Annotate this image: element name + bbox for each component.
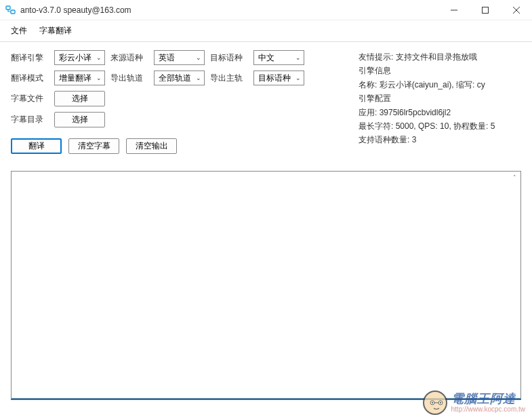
- mode-label: 翻译模式: [11, 73, 49, 84]
- export-main-value: 目标语种: [258, 73, 291, 84]
- svg-rect-3: [483, 7, 489, 14]
- source-lang-label: 来源语种: [110, 52, 148, 64]
- chevron-down-icon: ⌄: [295, 75, 301, 81]
- lang-count-line: 支持语种数量: 3: [359, 133, 521, 146]
- export-track-label: 导出轨道: [110, 73, 148, 84]
- choose-file-label: 选择: [72, 93, 88, 104]
- scroll-up-icon[interactable]: ˄: [510, 173, 519, 182]
- choose-dir-button[interactable]: 选择: [54, 112, 105, 127]
- app-icon: [5, 5, 16, 16]
- engine-label: 翻译引擎: [11, 52, 49, 64]
- engine-select-value: 彩云小译: [59, 52, 91, 64]
- svg-rect-1: [11, 10, 15, 14]
- chevron-down-icon: ⌄: [196, 75, 201, 81]
- titlebar: anto-v3.7.0 speauty@163.com: [0, 0, 532, 20]
- window-controls: [438, 0, 532, 20]
- target-lang-value: 中文: [258, 52, 274, 64]
- info-panel: 友情提示: 支持文件和目录拖放哦 引擎信息 名称: 彩云小译(caiyun_ai…: [318, 50, 521, 154]
- content-area: 翻译引擎 彩云小译 ⌄ 来源语种 英语 ⌄ 目标语种 中文 ⌄ 翻译模式: [0, 42, 532, 162]
- target-lang-label: 目标语种: [210, 52, 248, 64]
- menubar: 文件 字幕翻译: [0, 20, 532, 42]
- watermark-title: 電腦王阿達: [451, 393, 525, 406]
- tip-text: 友情提示: 支持文件和目录拖放哦: [359, 50, 521, 64]
- clear-sub-label: 清空字幕: [78, 140, 110, 152]
- mode-select[interactable]: 增量翻译 ⌄: [54, 71, 105, 85]
- output-textarea[interactable]: ˄: [11, 171, 521, 399]
- app-id-line: 应用: 3975l6lr5pcbvidl6jl2: [359, 106, 521, 119]
- source-lang-value: 英语: [159, 52, 175, 64]
- svg-point-8: [431, 402, 432, 403]
- clear-output-button[interactable]: 清空输出: [126, 138, 177, 154]
- target-lang-select[interactable]: 中文 ⌄: [253, 50, 304, 65]
- export-main-select[interactable]: 目标语种 ⌄: [253, 71, 304, 85]
- sub-dir-label: 字幕目录: [11, 114, 49, 125]
- engine-select[interactable]: 彩云小译 ⌄: [54, 50, 105, 65]
- svg-point-9: [439, 402, 441, 403]
- watermark-face-icon: [423, 391, 447, 415]
- chevron-down-icon: ⌄: [295, 54, 301, 61]
- limit-line: 最长字符: 5000, QPS: 10, 协程数量: 5: [359, 119, 521, 133]
- left-panel: 翻译引擎 彩云小译 ⌄ 来源语种 英语 ⌄ 目标语种 中文 ⌄ 翻译模式: [11, 50, 304, 154]
- close-button[interactable]: [501, 0, 532, 20]
- sub-file-label: 字幕文件: [11, 93, 49, 104]
- translate-button-label: 翻译: [28, 140, 45, 152]
- choose-dir-label: 选择: [72, 114, 88, 125]
- menu-subtitle-translate[interactable]: 字幕翻译: [34, 23, 77, 39]
- watermark: 電腦王阿達 http://www.kocpc.com.tw: [423, 391, 525, 415]
- choose-file-button[interactable]: 选择: [54, 91, 105, 106]
- clear-output-label: 清空输出: [136, 140, 168, 152]
- export-track-value: 全部轨道: [159, 73, 191, 84]
- window-title: anto-v3.7.0 speauty@163.com: [20, 5, 438, 15]
- chevron-down-icon: ⌄: [196, 54, 201, 61]
- maximize-button[interactable]: [470, 0, 501, 20]
- menu-file[interactable]: 文件: [5, 23, 33, 39]
- mode-select-value: 增量翻译: [59, 73, 91, 84]
- minimize-button[interactable]: [438, 0, 470, 20]
- source-lang-select[interactable]: 英语 ⌄: [154, 50, 205, 65]
- watermark-url: http://www.kocpc.com.tw: [451, 405, 525, 413]
- engine-config-title: 引擎配置: [359, 92, 521, 105]
- clear-sub-button[interactable]: 清空字幕: [68, 138, 119, 154]
- engine-info-title: 引擎信息: [359, 64, 521, 77]
- export-track-select[interactable]: 全部轨道 ⌄: [154, 71, 205, 85]
- chevron-down-icon: ⌄: [96, 54, 102, 61]
- translate-button[interactable]: 翻译: [11, 138, 62, 154]
- export-main-label: 导出主轨: [210, 73, 248, 84]
- engine-name-line: 名称: 彩云小译(caiyun_ai), 缩写: cy: [359, 78, 521, 92]
- svg-rect-0: [6, 6, 10, 9]
- chevron-down-icon: ⌄: [96, 75, 102, 81]
